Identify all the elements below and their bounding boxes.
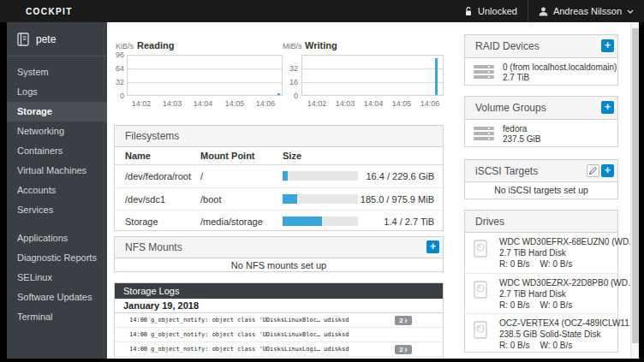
add-nfs-mount-button[interactable]: + xyxy=(426,240,439,253)
sidebar-item-accounts[interactable]: Accounts xyxy=(7,181,107,200)
expand-icon xyxy=(405,318,408,323)
sidebar-item-applications[interactable]: Applications xyxy=(7,228,107,248)
x-tick: 14:05 xyxy=(392,99,412,108)
log-row[interactable]: 14:00 g_object_notify: object class 'UDi… xyxy=(115,342,443,357)
add-volume-group-button[interactable]: + xyxy=(601,101,614,114)
raid-devices-header: RAID Devices + xyxy=(465,35,617,58)
filesystems-panel: Filesystems Name Mount Point Size /dev/f… xyxy=(114,125,444,231)
y-tick: 16 xyxy=(284,78,298,86)
drive-description: 2.7 TiB Hard Disk xyxy=(499,248,566,258)
log-message: g_object_notify: object class 'UDisksLin… xyxy=(151,342,320,357)
sidebar-item-networking[interactable]: Networking xyxy=(7,122,107,141)
drive-name: WDC WD30EFRX-68EUZN0 (WD… xyxy=(499,237,637,246)
gridline xyxy=(128,68,282,69)
sidebar-item-logs[interactable]: Logs xyxy=(7,82,107,102)
pencil-icon xyxy=(588,166,598,175)
filesystem-row[interactable]: /dev/fedora/root / 16.4 / 229.6 GiB xyxy=(115,165,443,187)
hard-disk-icon xyxy=(474,281,487,299)
nfs-mounts-header: NFS Mounts + xyxy=(115,237,443,258)
log-row[interactable]: 14:00 g_object_notify: object class 'UDi… xyxy=(115,357,443,359)
sidebar-item-terminal[interactable]: Terminal xyxy=(7,307,107,327)
sidebar-item-services[interactable]: Services xyxy=(7,200,107,220)
storage-stack-icon xyxy=(474,127,494,140)
x-tick: 14:03 xyxy=(163,99,182,108)
nfs-mounts-title: NFS Mounts xyxy=(125,241,182,253)
gridline xyxy=(302,82,443,83)
writing-chart: MiB/s Writing 32 16 0 14:02 14:03 14:04 … xyxy=(283,38,445,128)
log-row[interactable]: 14:00 g_object_notify: object class 'UDi… xyxy=(115,313,443,328)
fs-name: /dev/sdc1 xyxy=(125,188,165,211)
add-raid-button[interactable]: + xyxy=(601,39,614,52)
raid-devices-title: RAID Devices xyxy=(475,40,540,52)
topbar-right: Unlocked Andreas Nilsson xyxy=(454,0,644,22)
iscsi-targets-panel: iSCSI Targets + No iSCSI targets set up xyxy=(464,159,618,199)
scrollbar-thumb[interactable] xyxy=(632,28,639,343)
log-time: 14:00 xyxy=(129,313,147,328)
filesystems-title: Filesystems xyxy=(125,130,179,142)
log-time: 14:00 xyxy=(129,328,147,342)
fs-name: Storage xyxy=(125,211,158,233)
drive-read-rate: R: 0 B/s xyxy=(499,259,530,269)
drive-row[interactable]: WDC WD30EFRX-68EUZN0 (WD… 2.7 TiB Hard D… xyxy=(465,233,617,273)
fs-mount-point: /media/storage xyxy=(200,211,263,233)
drive-write-rate: W: 0 B/s xyxy=(540,300,573,310)
log-message: g_object_notify: object class 'UDisksLin… xyxy=(151,357,320,359)
x-tick: 14:05 xyxy=(225,99,245,108)
unlocked-button[interactable]: Unlocked xyxy=(454,0,528,22)
log-service: udisksd xyxy=(324,328,349,342)
raid-device-row[interactable]: 0 (from localhost.localdomain) 2.7 TiB xyxy=(465,58,617,85)
drives-header: Drives xyxy=(465,211,617,233)
usage-bar-fill xyxy=(283,194,297,204)
filesystem-row[interactable]: /dev/sdc1 /boot 185.0 / 975.9 MiB xyxy=(115,187,443,210)
edit-iscsi-button[interactable] xyxy=(587,164,599,177)
sidebar-item-selinux[interactable]: SELinux xyxy=(7,268,107,288)
lock-open-icon xyxy=(464,7,473,16)
drive-description: 238.5 GiB Solid-State Disk xyxy=(499,329,600,339)
usage-bar-fill xyxy=(283,171,288,181)
sidebar-separator xyxy=(7,56,107,56)
log-time: 14:00 xyxy=(129,342,147,357)
add-iscsi-target-button[interactable]: + xyxy=(601,164,614,177)
writing-chart-title: Writing xyxy=(305,40,337,50)
log-count-badge: 2 xyxy=(395,345,412,354)
storage-logs-header: Storage Logs xyxy=(115,283,443,299)
user-menu[interactable]: Andreas Nilsson xyxy=(528,0,644,22)
nfs-empty-state: No NFS mounts set up xyxy=(115,258,443,272)
x-tick: 14:06 xyxy=(256,99,276,108)
filesystems-header: Filesystems xyxy=(115,126,443,147)
scrollbar-track[interactable] xyxy=(630,22,639,359)
x-tick: 14:03 xyxy=(336,99,355,108)
filesystem-row[interactable]: Storage /media/storage 1.4 / 2.7 TiB xyxy=(115,210,443,232)
host-selector[interactable]: pete xyxy=(7,22,107,46)
sidebar-item-diagnostic-reports[interactable]: Diagnostic Reports xyxy=(7,248,107,268)
sidebar-item-system[interactable]: System xyxy=(7,62,107,82)
cockpit-logo: COCKPIT xyxy=(0,7,73,16)
log-service: udisksd xyxy=(324,357,349,359)
expand-icon xyxy=(405,347,408,353)
filesystems-column-headers: Name Mount Point Size xyxy=(115,147,443,165)
sidebar-item-virtual-machines[interactable]: Virtual Machines xyxy=(7,161,107,181)
sidebar-menu: System Logs Storage Networking Container… xyxy=(7,62,107,327)
sidebar-item-containers[interactable]: Containers xyxy=(7,141,107,161)
writing-plot-area xyxy=(301,55,444,96)
gridline xyxy=(128,82,282,83)
writing-spike xyxy=(435,58,438,95)
col-name: Name xyxy=(125,147,151,165)
volume-group-row[interactable]: fedora 237.5 GiB xyxy=(465,120,617,146)
x-tick: 14:02 xyxy=(307,99,327,108)
drive-row[interactable]: OCZ-VERTEX4 (OCZ-489ICLW11… 238.5 GiB So… xyxy=(465,313,617,353)
sidebar-item-storage[interactable]: Storage xyxy=(7,102,107,122)
log-row[interactable]: 14:00 g_object_notify: object class 'UDi… xyxy=(115,328,443,342)
sidebar-item-software-updates[interactable]: Software Updates xyxy=(7,288,107,307)
reading-chart-title: Reading xyxy=(137,40,174,50)
drive-row[interactable]: WDC WD30EZRX-22D8PB0 (WD… 2.7 TiB Hard D… xyxy=(465,273,617,313)
x-tick: 14:02 xyxy=(132,99,152,108)
server-icon xyxy=(17,33,29,46)
volume-group-size: 237.5 GiB xyxy=(503,134,540,144)
writing-unit-label: MiB/s xyxy=(283,42,302,50)
y-tick: 32 xyxy=(110,78,124,86)
drives-panel: Drives WDC WD30EFRX-68EUZN0 (WD… 2.7 TiB… xyxy=(464,210,618,353)
drive-name: WDC WD30EZRX-22D8PB0 (WD… xyxy=(499,278,636,288)
volume-groups-panel: Volume Groups + fedora 237.5 GiB xyxy=(464,96,618,147)
raid-size: 2.7 TiB xyxy=(503,73,529,82)
